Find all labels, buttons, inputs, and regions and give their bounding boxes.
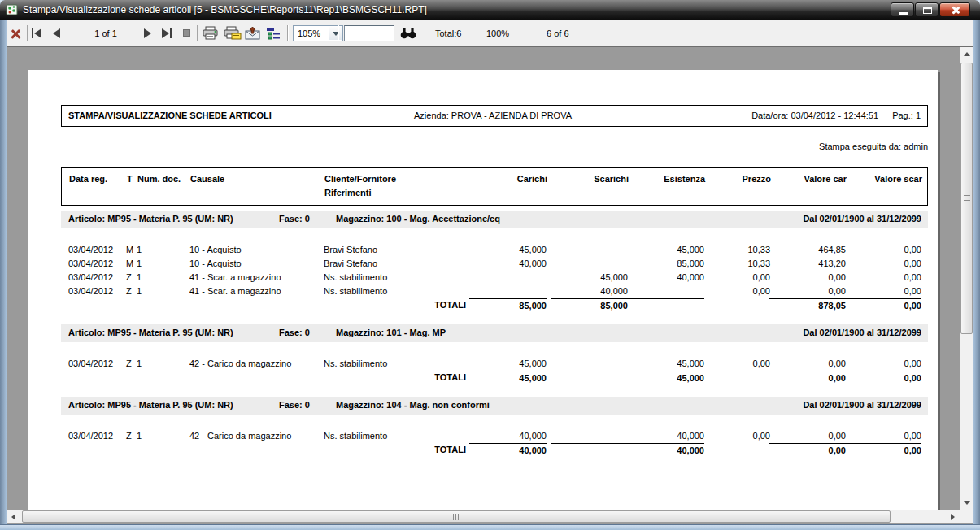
maximize-button[interactable] [915,2,939,17]
total-carichi: 40,000 [469,443,547,455]
group-header-band: Articolo: MP95 - Materia P. 95 (UM: NR)F… [61,211,928,228]
status-record-count: 6 of 6 [547,28,569,38]
cell-scarichi: 45,000 [551,272,628,282]
group-fase: Fase: 0 [279,214,310,224]
search-binoculars-icon [400,27,416,39]
close-preview-button[interactable] [11,28,21,39]
totals-row: TOTALI85,00085,000878,050,00 [61,298,928,313]
rows-gap [28,415,938,429]
scroll-left-button[interactable] [7,510,20,523]
previous-page-button[interactable] [53,28,60,39]
col-cliente-fornitore: Cliente/Fornitore [324,174,396,184]
rows-gap [28,228,938,243]
group-periodo: Dal 02/01/1900 al 31/12/2099 [803,400,921,410]
group-fase: Fase: 0 [279,400,310,410]
column-header-box: Data reg. T Num. doc. Causale Cliente/Fo… [61,167,928,206]
totals-row: TOTALI45,00045,0000,000,00 [61,371,928,385]
horizontal-scroll-thumb[interactable] [22,510,891,523]
print-setup-button[interactable] [224,26,242,44]
total-scarichi: 85,000 [551,298,628,311]
vertical-scrollbar[interactable] [960,47,973,510]
col-causale: Causale [190,174,224,184]
cell-valore-scar: 0,00 [844,431,921,441]
separator [287,25,288,41]
page-indicator: 1 of 1 [77,28,134,38]
cell-causale: 42 - Carico da magazzino [189,358,291,368]
total-valore-scar: 0,00 [844,443,921,455]
cell-data-reg: 03/04/2012 [68,272,113,282]
toggle-group-tree-icon [266,27,281,40]
stop-button[interactable] [183,29,190,37]
window-border-left [0,20,7,524]
total-valore-car: 878,05 [769,298,846,311]
printed-by: Stampa eseguita da: admin [61,141,928,151]
last-page-button[interactable] [162,28,172,39]
cell-prezzo: 0,00 [703,286,770,296]
group-gap [28,385,938,397]
separator [338,25,338,41]
col-valore-scar: Valore scar [845,174,922,184]
report-page-number: Pag.: 1 [892,111,921,120]
export-button[interactable] [245,26,261,44]
total-esistenza: 40,000 [627,443,704,455]
cell-causale: 10 - Acquisto [189,245,242,254]
separator [27,25,28,41]
scroll-right-button[interactable] [946,510,960,523]
first-page-button[interactable] [32,28,41,39]
cell-prezzo: 10,33 [703,245,770,254]
cell-num-doc: 1 [137,272,142,282]
group-fase: Fase: 0 [279,328,310,337]
search-field-wrap [344,25,394,41]
cell-valore-car: 464,85 [769,245,846,254]
chevron-down-icon[interactable] [329,27,342,40]
zoom-select[interactable]: 105% [293,25,343,41]
cell-t: Z [126,272,132,282]
col-data-reg: Data reg. [69,174,107,184]
scroll-up-button[interactable] [960,47,973,61]
cell-esistenza: 45,000 [627,358,704,368]
search-button[interactable] [400,27,416,42]
search-input[interactable] [345,27,394,41]
minimize-button[interactable] [891,2,914,17]
table-row: 03/04/2012Z142 - Carico da magazzinoNs. … [61,357,928,371]
cell-cliente: Ns. stabilimento [324,272,387,282]
col-t: T [127,174,133,184]
cell-valore-car: 0,00 [769,272,846,282]
maximize-icon [923,7,932,14]
close-preview-icon [11,28,21,39]
group-periodo: Dal 02/01/1900 al 31/12/2099 [803,214,921,224]
cell-cliente: Bravi Stefano [324,258,377,268]
cell-esistenza: 45,000 [627,245,704,254]
print-button[interactable] [203,26,219,44]
col-prezzo: Prezzo [704,174,771,184]
app-icon [6,3,19,16]
previous-page-icon [53,28,60,38]
arrow-left-icon [11,514,15,520]
group-header-band: Articolo: MP95 - Materia P. 95 (UM: NR)F… [61,324,928,342]
next-page-button[interactable] [144,28,151,39]
toggle-group-tree-button[interactable] [266,27,281,43]
cell-data-reg: 03/04/2012 [68,358,113,368]
window-border-bottom [0,524,980,530]
cell-cliente: Ns. stabilimento [324,286,387,296]
table-row: 03/04/2012Z142 - Carico da magazzinoNs. … [61,429,928,443]
col-riferimenti: Riferimenti [324,188,371,198]
report-page: STAMPA/VISUALIZZAZIONE SCHEDE ARTICOLI A… [28,70,938,510]
scroll-down-button[interactable] [960,496,973,510]
status-zoom-progress: 100% [486,28,509,38]
vertical-scroll-thumb[interactable] [960,63,973,334]
group-magazzino: Magazzino: 100 - Mag. Accettazione/cq [336,214,500,224]
status-total: Total:6 [435,28,461,38]
cell-num-doc: 1 [137,245,142,254]
scrollbar-corner [960,510,973,523]
horizontal-scrollbar[interactable] [7,510,960,523]
stop-icon [183,29,190,37]
close-button[interactable] [939,2,970,17]
cell-carichi: 40,000 [469,431,547,441]
cell-t: M [126,245,133,254]
total-valore-scar: 0,00 [844,298,921,311]
window-border-right [973,20,980,524]
rows-gap [28,342,938,357]
cell-carichi: 45,000 [469,358,547,368]
total-carichi: 45,000 [469,371,547,383]
